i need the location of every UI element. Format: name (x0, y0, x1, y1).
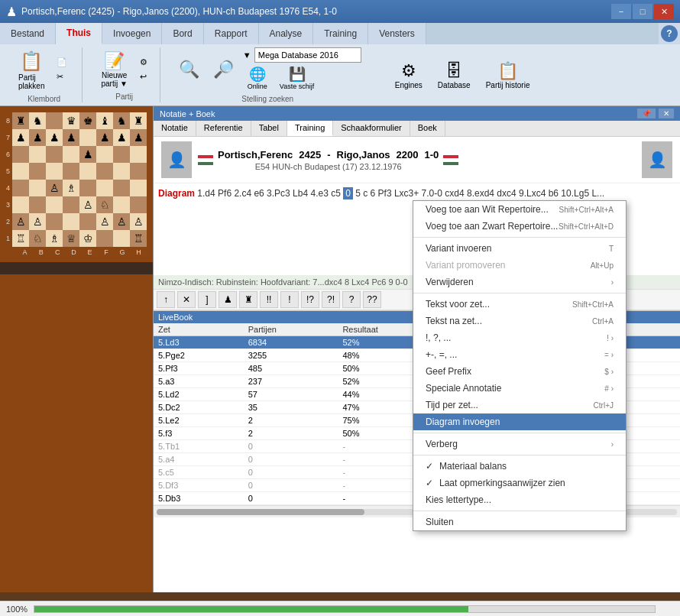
qex-button[interactable]: ?! (322, 291, 340, 308)
sq-d3[interactable] (63, 196, 79, 213)
sq-b5[interactable] (29, 163, 46, 180)
exmark-button[interactable]: ! (280, 291, 299, 308)
sq-c6[interactable] (46, 146, 63, 163)
float-button[interactable]: 📌 (637, 109, 656, 118)
exclaim-button[interactable]: !! (260, 291, 278, 308)
cm-opmerkingsaanwijzer[interactable]: ✓ Laat opmerkingsaanwijzer zien (413, 475, 626, 491)
sq-e6[interactable]: ♟ (79, 146, 96, 163)
cm-variant-invoeren[interactable]: Variant invoeren T (413, 240, 626, 257)
cm-materiaal-balans[interactable]: ✓ Materiaal balans (413, 458, 626, 475)
notation-tab-schaakformulier[interactable]: Schaakformulier (333, 121, 410, 136)
tab-invoegen[interactable]: Invoegen (102, 23, 162, 44)
sq-c4[interactable]: ♙ (46, 180, 63, 196)
sq-b8[interactable]: ♞ (29, 112, 46, 129)
cm-add-black-repertoire[interactable]: Voeg toe aan Zwart Repertoire... Shift+C… (413, 218, 626, 235)
sq-f8[interactable]: ♝ (96, 112, 113, 129)
cm-eval[interactable]: +-, =, ... = › (413, 346, 626, 363)
sq-e5[interactable] (79, 163, 96, 180)
sq-f2[interactable]: ♙ (96, 213, 113, 230)
cut-button[interactable]: ✂ (52, 70, 74, 83)
sq-g6[interactable] (113, 146, 130, 163)
sq-a5[interactable] (12, 163, 29, 180)
sq-e8[interactable]: ♚ (79, 112, 96, 129)
sq-d2[interactable] (63, 213, 79, 230)
cm-lettertype[interactable]: Kies lettertype... (413, 491, 626, 508)
copy-button[interactable]: 📄 (52, 56, 74, 69)
notation-tab-notatie[interactable]: Notatie (154, 121, 196, 136)
bracket-button[interactable]: ] (198, 291, 216, 308)
sq-b2[interactable]: ♙ (29, 213, 46, 230)
sq-b6[interactable] (29, 146, 46, 163)
sq-h7[interactable]: ♟ (130, 129, 147, 146)
cm-sluiten[interactable]: Sluiten (413, 514, 626, 530)
sq-d5[interactable] (63, 163, 79, 180)
cross-button[interactable]: ✕ (177, 291, 196, 308)
sq-e1[interactable]: ♔ (79, 230, 96, 247)
sq-g1[interactable] (113, 230, 130, 247)
sq-a3[interactable] (12, 196, 29, 213)
sq-f1[interactable] (96, 230, 113, 247)
sq-d1[interactable]: ♕ (63, 230, 79, 247)
history-button[interactable]: 📋 Partij historie (481, 60, 535, 91)
notation-tab-tabel[interactable]: Tabel (251, 121, 287, 136)
sq-c3[interactable] (46, 196, 63, 213)
sq-c8[interactable] (46, 112, 63, 129)
sq-g3[interactable] (113, 196, 130, 213)
sq-f3[interactable]: ♘ (96, 196, 113, 213)
sq-c1[interactable]: ♗ (46, 230, 63, 247)
search-icon-button[interactable]: 🔎 (209, 58, 238, 81)
tab-vensters[interactable]: Vensters (368, 23, 426, 44)
sq-a2[interactable]: ♙ (12, 213, 29, 230)
close-panel-button[interactable]: ✕ (659, 109, 674, 118)
notation-tab-boek[interactable]: Boek (410, 121, 445, 136)
sq-e2[interactable] (79, 213, 96, 230)
sq-g4[interactable] (113, 180, 130, 196)
tab-thuis[interactable]: Thuis (56, 23, 102, 44)
paste-button[interactable]: 📋 Partijplakken (14, 47, 49, 92)
sq-e3[interactable]: ♙ (79, 196, 96, 213)
sq-a4[interactable] (12, 180, 29, 196)
cm-special-ann[interactable]: Speciale Annotatie # › (413, 380, 626, 397)
sq-c7[interactable]: ♟ (46, 129, 63, 146)
cm-tekst-na[interactable]: Tekst na zet... Ctrl+A (413, 313, 626, 329)
cm-verberg[interactable]: Verberg › (413, 436, 626, 452)
sq-a6[interactable] (12, 146, 29, 163)
tab-rapport[interactable]: Rapport (204, 23, 259, 44)
cm-diagram-invoegen[interactable]: Diagram invoegen (413, 413, 626, 430)
sq-c5[interactable] (46, 163, 63, 180)
sq-d6[interactable] (63, 146, 79, 163)
sq-f5[interactable] (96, 163, 113, 180)
exq-button[interactable]: !? (301, 291, 319, 308)
q-button[interactable]: ? (342, 291, 361, 308)
sq-h2[interactable]: ♙ (130, 213, 147, 230)
sq-g7[interactable]: ♟ (113, 129, 130, 146)
close-button[interactable]: ✕ (654, 4, 674, 19)
sq-g5[interactable] (113, 163, 130, 180)
sq-d7[interactable]: ♟ (63, 129, 79, 146)
new-game-button[interactable]: 📝 Nieuwepartij ▼ (96, 50, 131, 89)
qq-button[interactable]: ?? (363, 291, 381, 308)
sq-f7[interactable]: ♟ (96, 129, 113, 146)
sq-h8[interactable]: ♜ (130, 112, 147, 129)
sq-a8[interactable]: ♜ (12, 112, 29, 129)
sq-g8[interactable]: ♞ (113, 112, 130, 129)
sq-a7[interactable]: ♟ (12, 129, 29, 146)
sq-c2[interactable] (46, 213, 63, 230)
tab-bord[interactable]: Bord (162, 23, 203, 44)
sq-a1[interactable]: ♖ (12, 230, 29, 247)
pawn-button[interactable]: ♟ (219, 291, 237, 308)
sq-f6[interactable] (96, 146, 113, 163)
cm-prefix[interactable]: Geef Prefix $ › (413, 363, 626, 380)
database-select[interactable]: Mega Database 2016 (254, 47, 361, 63)
sq-b3[interactable] (29, 196, 46, 213)
sq-e4[interactable] (79, 180, 96, 196)
back-button[interactable]: ↩ (135, 70, 152, 83)
cm-verwijderen[interactable]: Verwijderen › (413, 274, 626, 290)
maximize-button[interactable]: □ (633, 4, 652, 19)
tab-training[interactable]: Training (313, 23, 368, 44)
cm-tekst-voor[interactable]: Tekst voor zet... Shift+Ctrl+A (413, 296, 626, 313)
minimize-button[interactable]: − (611, 4, 631, 19)
sq-f4[interactable] (96, 180, 113, 196)
arrow-up-button[interactable]: ↑ (157, 291, 175, 308)
engines-button[interactable]: ⚙ Engines (390, 60, 427, 91)
